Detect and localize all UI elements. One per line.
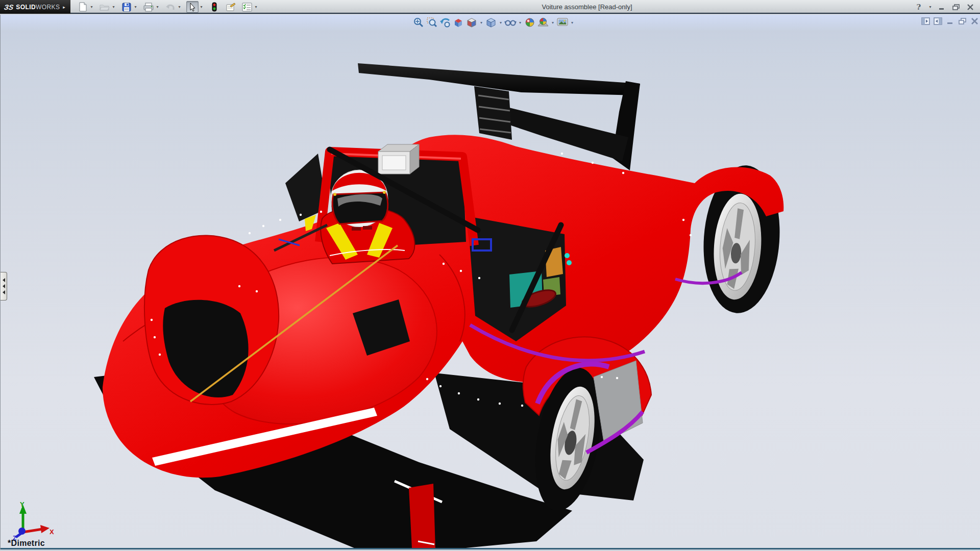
previous-view-icon [439,17,451,28]
headsup-view-toolbar: ▾ ▾ ▾ [412,16,575,29]
options-dropdown[interactable]: ▾ [253,1,259,13]
minimize-document-button[interactable] [945,17,955,26]
brand-name-bold: SOLID [16,4,36,11]
rear-view-mirror[interactable] [378,144,419,174]
window-controls: ? ▾ [913,0,976,14]
open-document-dropdown[interactable]: ▾ [111,1,116,13]
apply-scene-dropdown[interactable]: ▾ [550,16,556,29]
minimize-icon [938,4,945,10]
undo-arrow-icon [165,3,176,12]
titlebar: ЗS SOLID WORKS ▸ ▾ ▾ [0,0,980,14]
close-doc-icon [971,18,978,24]
restore-document-button[interactable] [958,17,967,26]
note-pencil-icon [226,3,236,12]
help-dropdown[interactable]: ▾ [927,1,933,13]
close-window-button[interactable] [965,2,976,12]
window-title: Voiture assomblee [Read-only] [542,0,632,14]
zoom-to-fit-icon [413,17,424,28]
previous-view-button[interactable] [438,16,452,29]
display-style-button[interactable] [484,16,498,29]
view-orientation-label: *Dimetric [8,539,45,548]
new-document-dropdown[interactable]: ▾ [89,1,94,13]
view-orientation-dropdown[interactable]: ▾ [478,16,484,29]
save-floppy-icon [122,3,131,12]
feature-tree-collapsed-tab[interactable] [1,272,7,300]
new-document-button[interactable] [77,1,89,13]
select-tool-dropdown[interactable]: ▾ [199,1,204,13]
section-view-icon [453,17,464,28]
minimize-window-button[interactable] [936,2,947,12]
print-document-button[interactable] [142,1,155,13]
display-style-dropdown[interactable]: ▾ [498,16,504,29]
open-folder-icon [100,3,110,11]
cyan-light [567,260,572,265]
options-button[interactable] [241,1,253,13]
race-car-model[interactable] [1,15,980,549]
display-style-icon [485,17,497,28]
viewport-bottom-border [1,548,980,549]
minimize-doc-icon [946,18,954,24]
help-button[interactable]: ? [913,2,924,12]
eyeglasses-icon [504,17,517,28]
rebuild-button[interactable] [208,1,220,13]
zoom-to-fit-button[interactable] [412,16,425,29]
view-orientation-button[interactable] [465,16,478,29]
front-pillar [409,484,435,548]
apply-scene-icon [537,17,549,28]
graphics-viewport[interactable]: ▾ ▾ ▾ [0,15,980,549]
brand-expand-icon[interactable]: ▸ [63,5,65,10]
restore-icon [952,4,960,11]
collapse-arrow-icon [3,284,5,288]
restore-doc-icon [958,17,967,25]
zoom-to-area-button[interactable] [425,16,438,29]
checklist-icon [242,3,252,12]
main-toolbar: ▾ ▾ ▾ [77,0,259,14]
print-document-dropdown[interactable]: ▾ [155,1,160,13]
show-left-pane-button[interactable] [921,17,930,26]
view-settings-button[interactable] [556,16,569,29]
cyan-light [565,253,570,258]
undo-dropdown[interactable]: ▾ [177,1,182,13]
collapse-arrow-icon [3,290,5,294]
close-icon [967,4,974,10]
save-document-dropdown[interactable]: ▾ [133,1,138,13]
close-document-button[interactable] [970,17,979,26]
document-window-controls [921,17,979,26]
view-settings-dropdown[interactable]: ▾ [569,16,575,29]
solidworks-logo: ЗS SOLID WORKS ▸ [0,0,70,14]
undo-button[interactable] [164,1,177,13]
restore-window-button[interactable] [950,2,962,12]
collapse-arrow-icon [3,278,5,282]
hide-show-items-dropdown[interactable]: ▾ [517,16,523,29]
show-right-pane-button[interactable] [933,17,943,26]
zoom-to-area-icon [426,17,437,28]
save-document-button[interactable] [120,1,133,13]
view-settings-icon [556,17,569,28]
open-document-button[interactable] [99,1,111,13]
view-orientation-icon [466,17,477,28]
reference-triad: Y X Z [9,500,55,540]
solidworks-window: ЗS SOLID WORKS ▸ ▾ ▾ [0,0,980,551]
appearance-sphere-icon [524,17,535,28]
edit-appearance-button[interactable] [523,16,536,29]
left-pane-icon [921,17,930,25]
select-tool-button[interactable] [186,1,199,13]
ds-logo-icon: ЗS [4,3,14,11]
hide-show-items-button[interactable] [504,16,517,29]
select-cursor-icon [189,3,196,12]
triad-y-label: Y [20,500,24,508]
right-pane-icon [934,17,942,25]
apply-scene-button[interactable] [536,16,550,29]
printer-icon [143,3,154,12]
new-document-icon [79,2,87,12]
design-binder-button[interactable] [225,1,237,13]
brand-name-light: WORKS [36,4,60,11]
triad-x-label: X [50,528,54,536]
section-view-button[interactable] [452,16,465,29]
traffic-light-icon [211,2,217,12]
